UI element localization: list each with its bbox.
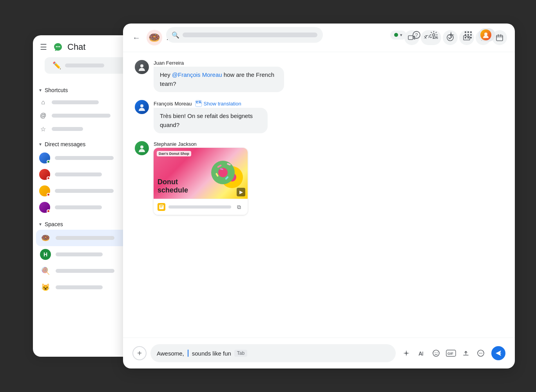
donut-card[interactable]: Dan's Donut Shop Donut schedule [154, 148, 248, 215]
gemini-input-button[interactable] [400, 347, 413, 360]
shortcuts-chevron-icon: ▾ [39, 87, 42, 93]
translate-icon [195, 100, 202, 107]
message-input-box[interactable]: Awesome, sounds like fun Tab [150, 344, 396, 362]
message-input-area: + Awesome, sounds like fun Tab A GIF [123, 338, 515, 368]
donut-title: Donut schedule [158, 178, 188, 195]
mentions-icon: @ [39, 112, 47, 120]
show-translation-button[interactable]: Show translation [195, 100, 241, 107]
svg-text:?: ? [415, 32, 418, 38]
francois-message-content: François Moreau Show translation [154, 100, 280, 133]
cat-emoji-icon: 😺 [40, 282, 51, 293]
chat-panel: ← 🍩 Aari's Donut Crew ⌄ 125 [123, 24, 515, 368]
donut-shop-label: Dan's Donut Shop [157, 151, 191, 156]
candy-emoji-icon: 🍭 [40, 265, 51, 276]
francois-avatar [135, 100, 149, 114]
copy-link-button[interactable]: ⧉ [234, 202, 244, 212]
donut-illustration [205, 154, 244, 193]
message-group-stephanie: Stephanie Jackson Dan's Donut Shop Donut… [135, 141, 503, 215]
juan-avatar [135, 60, 149, 74]
donut-card-image: Dan's Donut Shop Donut schedule [154, 148, 248, 199]
apps-button[interactable] [461, 28, 475, 42]
shortcuts-label: Shortcuts [45, 87, 68, 93]
francois-mention[interactable]: @François Moreau [172, 71, 222, 78]
spaces-label: Spaces [45, 221, 63, 227]
juan-message-bubble: Hey @François Moreau how are the French … [154, 67, 284, 92]
add-attachment-button[interactable]: + [132, 346, 147, 360]
svg-rect-14 [467, 37, 469, 38]
svg-rect-11 [467, 34, 469, 36]
format-text-button[interactable]: A [415, 347, 428, 360]
message-group-juan: Juan Ferreira Hey @François Moreau how a… [135, 60, 503, 92]
dm-chevron-icon: ▾ [39, 142, 42, 147]
svg-point-16 [484, 33, 487, 36]
status-chevron-icon: ▾ [400, 33, 402, 38]
svg-rect-35 [160, 207, 162, 208]
gif-button[interactable]: GIF [444, 347, 458, 360]
upload-file-button[interactable] [459, 347, 473, 360]
svg-rect-13 [465, 37, 466, 38]
svg-point-40 [437, 352, 438, 353]
search-icon: 🔍 [172, 31, 179, 39]
svg-rect-9 [470, 31, 472, 33]
online-status-dot [394, 33, 398, 37]
donut-emoji-icon: 🍩 [40, 232, 51, 243]
more-options-button[interactable] [474, 347, 487, 360]
gemini-button[interactable] [444, 28, 458, 42]
svg-text:A: A [418, 350, 422, 357]
home-icon: ⌂ [39, 98, 47, 106]
juan-message-content: Juan Ferreira Hey @François Moreau how a… [154, 60, 299, 92]
svg-rect-15 [470, 37, 472, 38]
messages-area: Juan Ferreira Hey @François Moreau how a… [123, 52, 515, 338]
search-bar[interactable]: 🔍 [166, 27, 323, 43]
svg-rect-34 [160, 205, 163, 206]
svg-point-20 [140, 64, 143, 67]
input-cursor [188, 350, 188, 357]
svg-point-39 [435, 352, 436, 353]
send-message-button[interactable] [491, 346, 505, 360]
donut-card-footer[interactable]: ⧉ [154, 199, 248, 215]
star-icon: ☆ [39, 125, 47, 133]
juan-sender-name: Juan Ferreira [154, 60, 184, 66]
francois-message-bubble: Très bien! On se refait des beignets qua… [154, 108, 268, 133]
status-indicator[interactable]: ▾ [390, 31, 406, 40]
svg-rect-12 [470, 34, 472, 36]
francois-message-text: Très bien! On se refait des beignets qua… [160, 113, 253, 128]
input-action-buttons: A GIF [400, 347, 487, 360]
svg-point-38 [433, 350, 439, 356]
svg-rect-10 [465, 34, 466, 36]
card-slides-icon [158, 203, 165, 211]
video-play-badge: ▶ [237, 188, 245, 196]
input-text-before: Awesome, [157, 350, 184, 357]
dm-label: Direct messages [45, 141, 85, 147]
user-account-button[interactable] [478, 28, 495, 42]
svg-point-23 [140, 145, 143, 149]
help-button[interactable]: ? [409, 28, 424, 42]
svg-rect-7 [465, 31, 466, 33]
svg-rect-8 [467, 31, 469, 33]
spaces-chevron-icon: ▾ [39, 221, 42, 227]
message-text-pre: Hey [160, 71, 172, 78]
settings-button[interactable] [427, 28, 441, 42]
svg-point-45 [480, 353, 481, 354]
stephanie-sender-name: Stephanie Jackson [154, 141, 197, 147]
input-text-after: sounds like fun [192, 350, 231, 357]
h-letter-icon: H [40, 249, 51, 260]
francois-sender-name: François Moreau [154, 101, 192, 107]
message-group-francois: François Moreau Show translation [135, 100, 503, 133]
svg-point-44 [479, 353, 480, 354]
tab-key-hint: Tab [234, 350, 247, 357]
emoji-button[interactable] [429, 347, 443, 360]
top-navigation-bar: 🔍 ▾ ? [33, 24, 503, 46]
svg-point-21 [140, 104, 143, 107]
svg-text:GIF: GIF [447, 352, 454, 356]
show-translation-label: Show translation [204, 101, 241, 107]
svg-point-6 [433, 34, 435, 36]
svg-point-46 [482, 353, 482, 354]
stephanie-message-content: Stephanie Jackson Dan's Donut Shop Donut… [154, 141, 248, 215]
stephanie-avatar [135, 141, 149, 155]
